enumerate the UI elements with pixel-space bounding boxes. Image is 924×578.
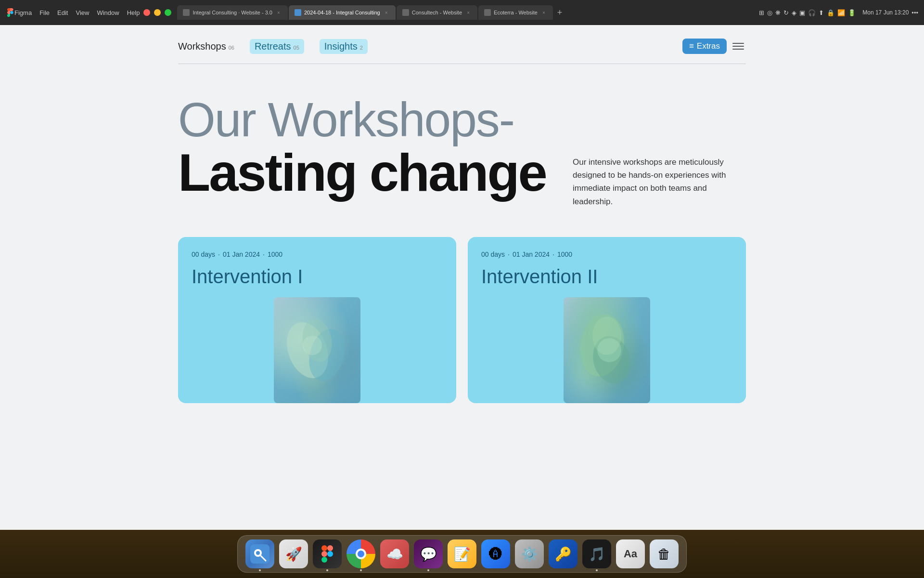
tab-close-2[interactable]: × [383,9,390,16]
preferences-icon: ⚙️ [521,546,538,562]
svg-point-6 [303,336,322,355]
nav-insights-badge: 2 [360,45,363,51]
tab-favicon-4 [484,9,491,16]
workshop-card-1[interactable]: 00 days · 01 Jan 2024 · 1000 Interventio… [178,237,456,403]
minimize-button[interactable] [154,9,161,16]
dock-dot-chrome [360,569,362,571]
extras-label: Extras [697,41,720,51]
hero-description: Our intensive workshops are meticulously… [573,156,746,208]
appstore-icon: 🅐 [489,546,502,562]
more-icon[interactable]: ••• [911,9,918,16]
dock-notes[interactable]: 📝 [448,539,476,568]
dock-figma[interactable] [313,539,342,568]
dock-appstore[interactable]: 🅐 [481,539,510,568]
tab-ecoterra[interactable]: Ecoterra - Website × [478,5,553,20]
hero-title-dash: - [499,93,514,146]
tab-integral-consulting[interactable]: Integral Consulting · Website - 3.0 × [177,5,288,20]
tab-close-4[interactable]: × [540,9,547,16]
dock-chrome[interactable] [346,539,375,568]
tab-label-2: 2024-04-18 - Integral Consulting [304,10,380,15]
sys-icon-3: ❋ [775,9,781,16]
hero-bottom-row: Lasting change Our intensive workshops a… [178,146,746,208]
extras-icon: ≡ [689,41,694,51]
sys-icon-8: ⬆ [819,9,824,16]
slack-icon: 💬 [420,546,437,562]
extras-button[interactable]: ≡ Extras [682,39,727,54]
workshop-card-2[interactable]: 00 days · 01 Jan 2024 · 1000 Interventio… [468,237,746,403]
sys-icon-4: ↻ [783,9,789,16]
card-2-image [564,297,650,403]
dock-trash[interactable]: 🗑 [650,539,679,568]
close-button[interactable] [143,9,150,16]
notes-icon: 📝 [454,546,471,562]
sys-icon-wifi: 📶 [837,9,845,16]
nav-collapse-button[interactable] [731,39,746,54]
figma-dock-icon [319,545,336,563]
card-1-dot-2: · [263,250,265,258]
sys-icon-2: ◎ [767,9,772,16]
dock-slack[interactable]: 💬 [414,539,443,568]
figma-menu: Figma File Edit View Window Help [14,9,140,16]
canvas-area: Workshops 06 Retreats 05 Insights 2 ≡ Ex… [0,25,924,530]
dock-dot-figma [326,569,328,571]
tab-favicon-2 [295,9,301,16]
hero-title-gray: Our Workshops [178,93,499,146]
tab-consultech[interactable]: Consultech - Website × [397,5,477,20]
menu-view[interactable]: View [76,9,89,16]
dock-launchpad[interactable]: 🚀 [279,539,308,568]
menu-figma[interactable]: Figma [14,9,32,16]
tab-label-3: Consultech - Website [412,10,462,15]
sys-icon-5: ◈ [792,9,796,16]
dock-spotify[interactable]: 🎵 [582,539,611,568]
add-tab-button[interactable]: + [554,7,565,18]
hero-title-row: Our Workshops - [178,93,746,146]
nav-left: Workshops 06 Retreats 05 Insights 2 [178,39,368,54]
svg-rect-0 [732,43,744,44]
tab-close-1[interactable]: × [275,9,282,16]
card-2-dot-1: · [508,250,510,258]
menu-edit[interactable]: Edit [57,9,68,16]
nav-retreats-label: Retreats [255,41,291,52]
card-2-dot-2: · [552,250,554,258]
fullscreen-button[interactable] [165,9,171,16]
nav-workshops[interactable]: Workshops 06 [178,41,234,52]
launchpad-icon: 🚀 [285,546,302,562]
svg-rect-17 [321,551,327,557]
tab-favicon [183,9,190,16]
nav-workshops-label: Workshops [178,41,226,52]
menu-file[interactable]: File [39,9,50,16]
nav-retreats[interactable]: Retreats 05 [250,39,304,54]
dock-area: 🚀 ☁️ 💬 📝 🅐 [0,530,924,578]
card-1-dot-1: · [218,250,220,258]
tab-2024-integral[interactable]: 2024-04-18 - Integral Consulting × [289,5,396,20]
tab-close-3[interactable]: × [465,9,472,16]
tab-label: Integral Consulting · Website - 3.0 [192,10,272,15]
dock-1password[interactable]: 🔑 [549,539,578,568]
nav-workshops-badge: 06 [229,45,234,51]
figma-logo-icon [6,8,14,17]
sys-icon-7: 🎧 [808,9,816,16]
sys-icon-6: ▣ [799,9,805,16]
dock-copilot[interactable]: ☁️ [380,539,409,568]
card-1-date: 01 Jan 2024 [223,250,260,258]
svg-rect-15 [321,545,327,551]
menu-help[interactable]: Help [127,9,140,16]
svg-point-13 [256,551,260,555]
card-2-date: 01 Jan 2024 [513,250,550,258]
svg-point-10 [597,338,621,362]
finder-icon [250,544,270,564]
tab-favicon-3 [402,9,409,16]
tabs-bar: Integral Consulting · Website - 3.0 × 20… [177,5,759,20]
card-1-title: Intervention I [192,266,443,288]
dock-fontbook[interactable]: Aa [616,539,645,568]
dock-dot-finder [259,569,261,571]
traffic-lights [143,9,171,16]
dock-preferences[interactable]: ⚙️ [515,539,544,568]
card-1-image [274,297,360,403]
nav-retreats-badge: 05 [294,45,299,51]
dock-finder[interactable] [245,539,274,568]
menu-window[interactable]: Window [97,9,119,16]
nav-insights[interactable]: Insights 2 [320,39,368,54]
fontbook-icon: Aa [624,548,637,560]
svg-rect-19 [321,557,327,563]
